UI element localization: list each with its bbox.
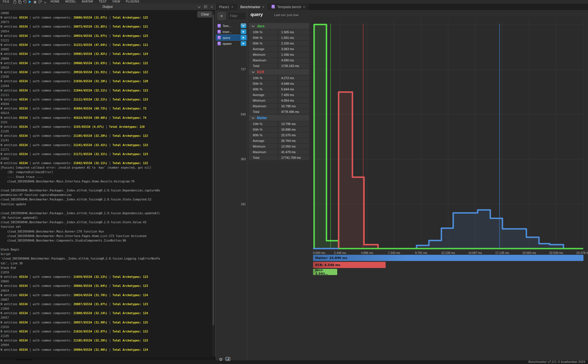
stats-row: 10th %13.795 ms	[249, 121, 309, 126]
run-benchmark-button[interactable]: ▶	[241, 29, 246, 34]
stats-section-ecr[interactable]: ECR	[249, 69, 309, 75]
y-tick-label: 909	[234, 23, 246, 26]
output-panel-header[interactable]: Output ×	[0, 4, 215, 10]
sidebar-item-query[interactable]: query▶	[216, 35, 247, 40]
gear-icon[interactable]: ⚙	[219, 357, 223, 362]
log-line: N entities 65534 │ with common component…	[1, 24, 212, 29]
close-icon[interactable]: ×	[262, 5, 264, 9]
sidebar-item-spawn[interactable]: spawn▶	[216, 41, 247, 46]
log-line: pendencies:47 function captureDependenci…	[1, 193, 212, 197]
stats-row: 90th %5.644 ms	[249, 87, 309, 92]
menu-home[interactable]: HOME	[48, 0, 62, 4]
copy-icon[interactable]	[17, 0, 23, 4]
log-line: Stack End	[1, 266, 212, 270]
stats-row: 10th %4.272 ms	[249, 75, 309, 81]
tab-label: Template.bench	[277, 5, 301, 9]
undo-icon[interactable]	[23, 0, 28, 4]
benchmark-label: inser...	[223, 30, 239, 34]
stat-label: Total	[249, 109, 278, 114]
paste-icon[interactable]	[12, 0, 17, 4]
log-line: 45694	[1, 102, 212, 106]
chevron-down-icon[interactable]	[43, 0, 48, 4]
close-icon[interactable]: ×	[303, 5, 305, 9]
log-line: Stack Begin	[1, 247, 212, 252]
log-line: 21241	[1, 138, 212, 143]
log-line: function update	[1, 202, 212, 207]
log-line: 31221	[1, 38, 212, 43]
stat-value: 41.479 ms	[278, 149, 309, 155]
close-icon[interactable]: ×	[211, 5, 213, 9]
x-tick-label: 9.791 ms	[415, 251, 427, 254]
stats-row: 50th %4.548 ms	[249, 81, 309, 86]
stop-icon[interactable]	[33, 0, 38, 4]
output-log[interactable]: 20886N entities 65534 │ with common comp…	[1, 11, 212, 356]
tab-label: Benchmarker	[240, 5, 260, 9]
log-line: ---- Stack trace ----	[1, 175, 212, 179]
stats-row: 10th %1.505 ms	[249, 30, 309, 35]
x-tick-label: 7.343 ms	[388, 251, 400, 254]
stat-label: 90th %	[249, 87, 278, 92]
run-benchmark-button[interactable]: ▶	[241, 41, 246, 46]
log-line: N entities 65534 │ with common component…	[1, 348, 212, 352]
section-title: ECR	[257, 70, 264, 74]
log-line: cloud_5853950046.Benchmarker.Main.Runner…	[1, 229, 212, 234]
log-line: N entities 65534 │ with common component…	[1, 275, 212, 279]
add-benchmark-button[interactable]: +	[217, 12, 226, 20]
scrollbar-thumb[interactable]	[213, 14, 214, 325]
log-line: N entities 65534 │ with common component…	[1, 116, 212, 120]
stat-label: 90th %	[249, 41, 278, 46]
run-benchmark-button[interactable]: ▶	[241, 35, 246, 40]
output-panel-title: Output	[102, 5, 113, 9]
stat-label: Average	[249, 138, 278, 143]
tab-benchmarker[interactable]: Benchmarker×	[237, 4, 268, 10]
log-line: N entities 65534 │ with common component…	[1, 143, 212, 148]
log-line: cloud_5853950046.Benchmarker.Packages._I…	[1, 211, 212, 216]
chevron-down-icon[interactable]	[198, 5, 201, 9]
stats-section-jecs[interactable]: Jecs	[249, 23, 309, 29]
log-line: 20886	[1, 11, 212, 15]
log-line: N entities 65534 │ with common component…	[1, 97, 212, 102]
tab-place1[interactable]: Place1×	[216, 4, 237, 10]
tab-template-bench[interactable]: Template.bench×	[268, 4, 308, 10]
x-tick-label: 22.030 ms	[549, 251, 563, 254]
stat-value: 17741.709 ms	[278, 155, 309, 160]
menu-test[interactable]: TEST	[96, 0, 109, 4]
stat-value: 3.063 ms	[278, 46, 309, 52]
stat-value: 4778.496 ms	[278, 109, 309, 114]
menu-plugins[interactable]: PLUGINS	[123, 0, 142, 4]
close-icon[interactable]: ×	[231, 5, 233, 9]
stat-label: 10th %	[249, 30, 278, 35]
log-line: 21036	[1, 75, 212, 79]
log-line: 20866	[1, 279, 212, 284]
log-line: cloud_5853950046.Benchmarker.Packages._I…	[1, 188, 212, 193]
play-icon[interactable]	[28, 0, 33, 4]
stats-monitor-icon[interactable]	[225, 357, 230, 362]
plugin-footer-icons: ⚙	[219, 357, 230, 362]
menu-avatar[interactable]: AVATAR	[79, 0, 96, 4]
version-footer: Benchmarker v7.2.0, © boatbomber 2024	[528, 360, 585, 363]
log-line: 21105	[1, 334, 212, 338]
stats-row: Total1726.163 ms	[249, 63, 309, 68]
benchmark-sidebar: + Filter Tem...▶inser...▶query▶spawn▶	[216, 10, 247, 360]
log-line: N entities 65534 │ with common component…	[1, 302, 212, 307]
document-tabstrip: Place1×Benchmarker×Template.bench×	[216, 4, 588, 10]
reset-icon[interactable]	[38, 0, 43, 4]
y-tick-label: 727	[234, 68, 246, 71]
menu-model[interactable]: MODEL	[62, 0, 79, 4]
chart-legend: Matter: 16.896 msECR: 4.548 msJecs: 1.59…	[313, 255, 583, 276]
popout-icon[interactable]	[204, 5, 207, 9]
stat-value: 13.795 ms	[278, 121, 309, 126]
sidebar-item-inser[interactable]: inser...▶	[216, 29, 247, 34]
status-bar	[0, 360, 588, 364]
log-line: 20904	[1, 343, 212, 347]
stat-label: 50th %	[249, 81, 278, 86]
log-line: 45614	[1, 111, 212, 115]
file-menu[interactable]: FILE	[0, 0, 12, 4]
filter-input[interactable]: Filter	[227, 12, 246, 20]
stat-label: 50th %	[249, 127, 278, 132]
output-scrollbar[interactable]	[212, 11, 214, 356]
menu-view[interactable]: VIEW	[109, 0, 123, 4]
stats-section-matter[interactable]: Matter	[249, 115, 309, 121]
log-line: (ID: computedCallbackError)	[1, 170, 212, 175]
stats-row: Average3.063 ms	[249, 46, 309, 52]
